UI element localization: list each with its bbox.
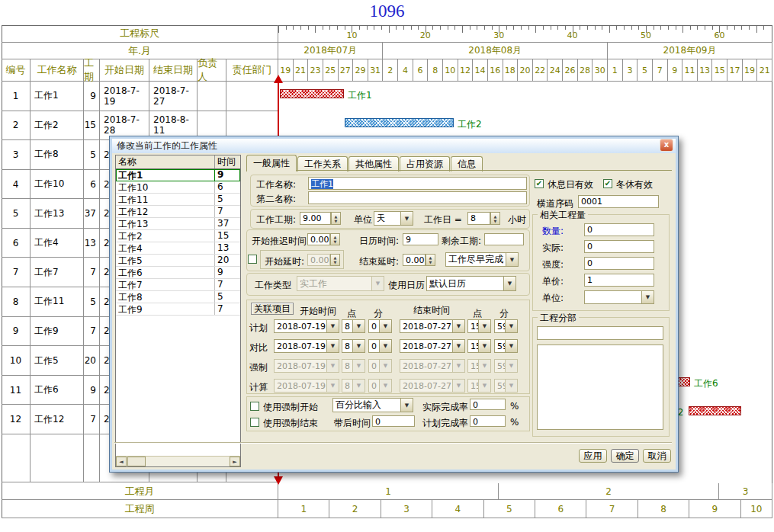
chevron-down-icon: ▼	[452, 340, 464, 352]
duration-spinner[interactable]: ▲▼	[331, 212, 341, 225]
second-name-input[interactable]	[308, 191, 527, 204]
list-item[interactable]: 工作77	[116, 279, 240, 291]
cancel-button[interactable]: 取消	[643, 449, 671, 463]
begin-delay-checkbox[interactable]	[248, 255, 257, 264]
date-combo[interactable]: 0▼	[368, 339, 392, 353]
division-input[interactable]	[537, 326, 663, 340]
row-cell: 2018-7-19	[100, 82, 149, 111]
begin-delay-input[interactable]: 0.00	[307, 254, 330, 266]
work-list[interactable]: 名称 时间 工作19工作106工作115工作127工作1337工作215工作41…	[115, 155, 241, 467]
dialog-titlebar[interactable]: 修改当前工作的工作属性	[112, 139, 676, 153]
row-cell: 6	[2, 229, 31, 258]
row-cell: 13	[84, 229, 100, 258]
tab-1[interactable]: 一般属性	[246, 155, 297, 171]
start-push-spinner[interactable]: ▲▼	[330, 233, 340, 245]
list-item[interactable]: 工作85	[116, 291, 240, 303]
end-delay-input[interactable]: 0.00	[403, 254, 426, 266]
list-item[interactable]: 工作215	[116, 230, 240, 242]
quantity-row-input[interactable]: 1	[584, 274, 654, 287]
workday-spinner[interactable]: ▲▼	[490, 212, 500, 225]
date-combo: 0▼	[368, 359, 392, 373]
chevron-down-icon: ▼	[478, 360, 490, 372]
date-combo[interactable]: 15▼	[467, 319, 491, 333]
quantity-row-label: 单位:	[542, 292, 564, 305]
linked-start-header: 开始时间	[300, 305, 336, 318]
tab-4[interactable]: 占用资源	[400, 156, 450, 171]
date-combo[interactable]: 15▼	[467, 339, 491, 353]
unit-combo[interactable]: 天▼	[374, 211, 413, 226]
list-hscrollbar[interactable]: ◄ ►	[116, 456, 240, 466]
date-combo[interactable]: 2018-07-19▼	[274, 339, 339, 353]
winter-checkbox[interactable]: ✔	[603, 179, 612, 188]
date-combo[interactable]: 2018-07-27▼	[400, 319, 465, 333]
gantt-bar[interactable]	[689, 406, 741, 415]
work-name-input[interactable]: 工作1	[308, 177, 527, 190]
list-item[interactable]: 工作115	[116, 194, 240, 206]
list-item[interactable]: 工作19	[116, 169, 240, 181]
scroll-thumb[interactable]	[127, 457, 146, 466]
day-header-cell: 27	[339, 59, 354, 82]
row-cell: 37	[84, 199, 100, 229]
workday-input[interactable]: 8	[467, 212, 490, 225]
remain-input[interactable]	[484, 233, 524, 245]
date-combo[interactable]: 8▼	[342, 319, 365, 333]
percent-mode-combo[interactable]: 百分比输入▼	[332, 398, 413, 412]
list-item[interactable]: 工作106	[116, 181, 240, 194]
day-header-cell: 17	[727, 59, 743, 82]
use-calendar-combo[interactable]: 默认日历▼	[426, 276, 516, 291]
row-cell	[84, 434, 100, 483]
date-combo[interactable]: 0▼	[368, 319, 392, 333]
duration-input[interactable]: 9.00	[300, 212, 331, 225]
list-item[interactable]: 工作69	[116, 267, 240, 279]
date-combo[interactable]: 8▼	[342, 339, 365, 353]
end-delay-spinner[interactable]: ▲▼	[426, 254, 435, 266]
quantity-row-input[interactable]: 0	[584, 240, 654, 253]
actual-pct-input[interactable]: 0	[470, 399, 506, 410]
lag-input[interactable]: 0	[372, 415, 415, 427]
list-item[interactable]: 工作97	[116, 303, 240, 316]
tab-2[interactable]: 工作关系	[297, 156, 348, 171]
list-item[interactable]: 工作127	[116, 206, 240, 218]
list-header-time[interactable]: 时间	[215, 155, 240, 168]
row-cell: 6	[84, 170, 100, 200]
finish-mode-combo[interactable]: 工作尽早完成▼	[445, 252, 519, 267]
quantity-row-input[interactable]: 0	[584, 257, 654, 270]
force-end-checkbox[interactable]	[250, 418, 259, 427]
linked-projects-button[interactable]: 关联项目	[251, 303, 294, 315]
scroll-left-icon[interactable]: ◄	[116, 457, 127, 466]
start-push-input[interactable]: 0.00	[307, 233, 330, 245]
column-header-4: 开始日期	[100, 59, 149, 82]
page-title: 1096	[0, 2, 774, 21]
date-combo[interactable]: 2018-07-27▼	[400, 339, 465, 353]
ok-button[interactable]: 确定	[611, 449, 639, 463]
date-combo[interactable]: 2018-07-19▼	[274, 319, 339, 333]
date-combo[interactable]: 59▼	[494, 319, 518, 333]
rest-day-checkbox[interactable]: ✔	[535, 179, 544, 188]
tab-5[interactable]: 信息	[451, 156, 483, 171]
list-item[interactable]: 工作1337	[116, 218, 240, 230]
begin-delay-spinner[interactable]: ▲▼	[330, 254, 340, 266]
apply-button[interactable]: 应用	[579, 449, 607, 463]
tab-3[interactable]: 其他属性	[348, 156, 399, 171]
list-item[interactable]: 工作520	[116, 255, 240, 267]
gantt-bar[interactable]	[280, 89, 344, 98]
quantity-unit-combo[interactable]: ▼	[584, 290, 654, 304]
row-cell: 5	[2, 199, 31, 229]
work-name-label: 工作名称:	[256, 178, 296, 191]
force-start-checkbox[interactable]	[250, 402, 259, 411]
date-combo[interactable]: 59▼	[494, 339, 518, 353]
linked-end-header: 结束时间	[413, 304, 450, 317]
close-icon[interactable]: x	[660, 139, 673, 152]
scroll-right-icon[interactable]: ►	[230, 457, 240, 466]
quantity-row-input[interactable]: 0	[584, 223, 654, 236]
work-type-combo[interactable]: 实工作▼	[297, 276, 384, 291]
bar-code-input[interactable]: 0001	[578, 195, 659, 208]
linked-row-label: 对比	[249, 341, 268, 354]
list-header-name[interactable]: 名称	[116, 155, 215, 168]
division-listbox[interactable]	[537, 345, 663, 430]
list-item[interactable]: 工作413	[116, 242, 240, 255]
calendar-time-input[interactable]: 9	[403, 233, 438, 245]
plan-pct-input[interactable]: 0	[470, 415, 506, 427]
gantt-bar[interactable]	[345, 118, 454, 127]
quantity-row-label: 单价:	[542, 275, 564, 288]
